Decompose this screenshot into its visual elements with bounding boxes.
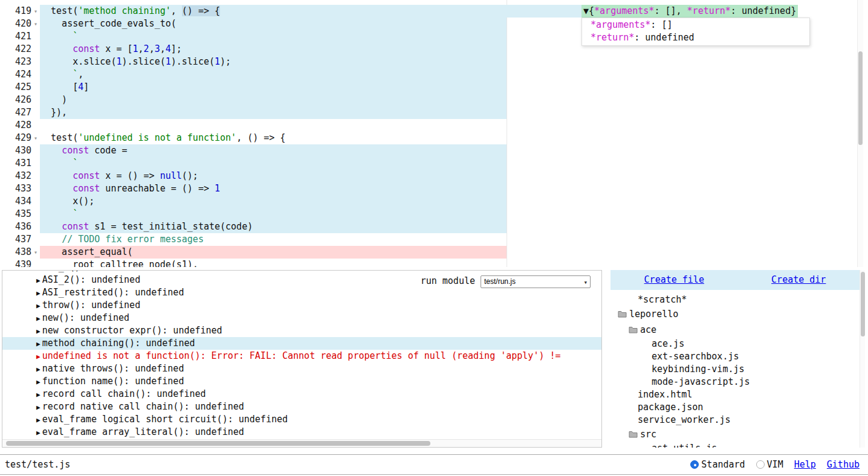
expand-icon[interactable]: ▶ bbox=[36, 289, 40, 297]
expand-icon[interactable]: ▶ bbox=[36, 404, 40, 411]
gutter-line-number[interactable]: 428 bbox=[0, 119, 31, 132]
eval-result-header[interactable]: ▼{*arguments*: [], *return*: undefined} bbox=[581, 5, 798, 18]
file-tree-item[interactable]: service_worker.js bbox=[611, 414, 860, 426]
test-result-item[interactable]: ▶native throws(): undefined bbox=[2, 362, 601, 375]
status-link-github[interactable]: Github bbox=[827, 459, 860, 470]
gutter-line-number[interactable]: 423 bbox=[0, 56, 31, 68]
gutter-line-number[interactable]: 436 bbox=[0, 220, 31, 233]
code-editor[interactable]: 419▾ test('method chaining', () => {420▾… bbox=[0, 0, 868, 267]
expand-icon[interactable]: ▶ bbox=[36, 327, 40, 335]
status-link-help[interactable]: Help bbox=[794, 459, 816, 470]
gutter-line-number[interactable]: 419 bbox=[0, 5, 31, 18]
file-tree-item[interactable]: ace.js bbox=[611, 338, 860, 350]
code-line[interactable]: 435 ` bbox=[0, 208, 868, 220]
run-module-select[interactable]: test/run.js bbox=[481, 275, 591, 288]
gutter-line-number[interactable]: 425 bbox=[0, 81, 31, 94]
gutter-line-number[interactable]: 438 bbox=[0, 246, 31, 259]
gutter-line-number[interactable]: 424 bbox=[0, 68, 31, 81]
files-scrollbar[interactable] bbox=[860, 270, 865, 448]
code-line[interactable]: 429▾ test('undefined is not a function',… bbox=[0, 132, 868, 144]
gutter-line-number[interactable]: 435 bbox=[0, 208, 31, 220]
mode-option-vim[interactable]: VIM bbox=[756, 459, 783, 470]
expand-icon[interactable]: ▶ bbox=[36, 416, 40, 424]
expand-icon[interactable]: ▶ bbox=[36, 315, 40, 323]
expand-icon[interactable]: ▶ bbox=[36, 378, 40, 386]
code-token: root_calltree_node(s1), bbox=[40, 259, 198, 267]
code-line[interactable]: 427 }), bbox=[0, 106, 868, 119]
gutter-line-number[interactable]: 421 bbox=[0, 30, 31, 43]
expand-icon[interactable]: ▶ bbox=[36, 365, 40, 373]
gutter-line-number[interactable]: 427 bbox=[0, 106, 31, 119]
code-line[interactable]: 437 // TODO fix error messages bbox=[0, 233, 868, 246]
gutter-line-number[interactable]: 430 bbox=[0, 144, 31, 157]
test-result-item[interactable]: ▶eval_frame logical short circuit(): und… bbox=[2, 413, 601, 426]
expand-icon[interactable]: ▶ bbox=[36, 277, 40, 285]
expand-icon[interactable]: ▶ bbox=[36, 429, 40, 437]
test-result-item[interactable]: ▶throw(): undefined bbox=[2, 299, 601, 312]
test-result-item[interactable]: ▶undefined is not a function(): Error: F… bbox=[2, 350, 601, 362]
tooltip-entry[interactable]: *return*: undefined bbox=[591, 31, 809, 44]
file-tree-item[interactable]: mode-javascript.js bbox=[611, 376, 860, 388]
files-scrollbar-thumb[interactable] bbox=[861, 272, 865, 336]
file-tree-item[interactable]: ace bbox=[611, 322, 860, 338]
code-line[interactable]: 430 const code = bbox=[0, 144, 868, 157]
gutter-line-number[interactable]: 422 bbox=[0, 43, 31, 56]
gutter-line-number[interactable]: 429 bbox=[0, 132, 31, 144]
code-line[interactable]: 433 const unreachable = () => 1 bbox=[0, 182, 868, 195]
expand-icon[interactable]: ▶ bbox=[36, 391, 40, 399]
results-hscrollbar-thumb[interactable] bbox=[6, 441, 430, 446]
results-hscrollbar[interactable] bbox=[2, 439, 601, 447]
file-tree-item[interactable]: keybinding-vim.js bbox=[611, 363, 860, 376]
test-result-item[interactable]: ▶method chaining(): undefined bbox=[2, 337, 601, 350]
test-result-item[interactable]: ▶new constructor expr(): undefined bbox=[2, 324, 601, 337]
test-result-item[interactable]: ▶new(): undefined bbox=[2, 312, 601, 324]
radio-vim[interactable] bbox=[756, 460, 765, 469]
gutter-line-number[interactable]: 420 bbox=[0, 18, 31, 30]
test-result-item[interactable]: ▶record call chain(): undefined bbox=[2, 388, 601, 400]
code-line[interactable]: 431 ` bbox=[0, 157, 868, 170]
test-result-item[interactable]: ▶eval_frame array_literal(): undefined bbox=[2, 426, 601, 439]
code-line[interactable]: 438▾ assert_equal( bbox=[0, 246, 868, 259]
gutter-line-number[interactable]: 426 bbox=[0, 94, 31, 106]
editor-scrollbar[interactable] bbox=[857, 0, 863, 267]
expand-icon[interactable]: ▶ bbox=[36, 340, 40, 348]
tooltip-entry[interactable]: *arguments*: [] bbox=[591, 19, 809, 31]
test-result-item[interactable]: ▶record native call chain(): undefined bbox=[2, 400, 601, 413]
code-line[interactable]: 424 `, bbox=[0, 68, 868, 81]
test-result-label: ASI_restrited(): undefined bbox=[42, 287, 184, 298]
expand-icon[interactable]: ▶ bbox=[36, 353, 40, 361]
expand-icon[interactable]: ▶ bbox=[36, 270, 40, 272]
code-line[interactable]: 425 [4] bbox=[0, 81, 868, 94]
code-line[interactable]: 436 const s1 = test_initial_state(code) bbox=[0, 220, 868, 233]
file-tree-item[interactable]: src bbox=[611, 426, 860, 442]
code-text: const x = () => null(); bbox=[40, 170, 198, 182]
test-result-item[interactable]: ▶ASI_restrited(): undefined bbox=[2, 286, 601, 299]
create-file-link[interactable]: Create file bbox=[644, 274, 704, 286]
code-line[interactable]: 426 ) bbox=[0, 94, 868, 106]
code-line[interactable]: 428 bbox=[0, 119, 868, 132]
editor-scrollbar-thumb[interactable] bbox=[858, 51, 863, 145]
file-tree-item[interactable]: leporello bbox=[611, 306, 860, 322]
code-line[interactable]: 434 x(); bbox=[0, 195, 868, 208]
code-line[interactable]: 439 root_calltree_node(s1), bbox=[0, 259, 868, 267]
file-tree-item[interactable]: ext-searchbox.js bbox=[611, 350, 860, 363]
gutter-line-number[interactable]: 431 bbox=[0, 157, 31, 170]
create-dir-link[interactable]: Create dir bbox=[771, 274, 826, 286]
test-result-item[interactable]: ▶function name(): undefined bbox=[2, 375, 601, 388]
gutter-line-number[interactable]: 434 bbox=[0, 195, 31, 208]
code-token bbox=[40, 234, 62, 245]
expand-icon[interactable]: ▶ bbox=[36, 302, 40, 310]
file-tree-item[interactable]: package.json bbox=[611, 401, 860, 414]
test-result-label: new constructor expr(): undefined bbox=[42, 325, 222, 336]
file-tree-item[interactable]: ast_utils.js bbox=[611, 442, 860, 448]
file-tree-item[interactable]: index.html bbox=[611, 388, 860, 401]
mode-option-standard[interactable]: Standard bbox=[690, 459, 745, 470]
code-line[interactable]: 432 const x = () => null(); bbox=[0, 170, 868, 182]
gutter-line-number[interactable]: 439 bbox=[0, 259, 31, 267]
code-line[interactable]: 423 x.slice(1).slice(1).slice(1); bbox=[0, 56, 868, 68]
gutter-line-number[interactable]: 432 bbox=[0, 170, 31, 182]
file-tree-item[interactable]: *scratch* bbox=[611, 294, 860, 306]
radio-standard[interactable] bbox=[690, 460, 699, 469]
gutter-line-number[interactable]: 437 bbox=[0, 233, 31, 246]
gutter-line-number[interactable]: 433 bbox=[0, 182, 31, 195]
